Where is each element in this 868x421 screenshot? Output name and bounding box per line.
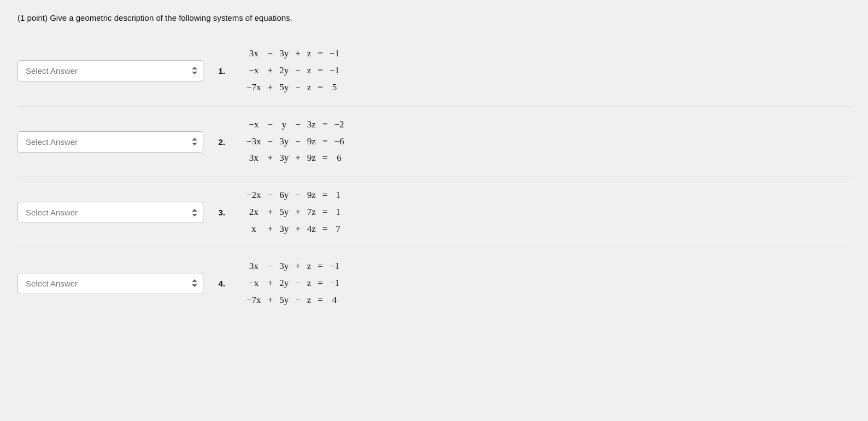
eq-cell: 1 (331, 187, 344, 204)
eq-cell: + (265, 62, 276, 79)
eq-cell: − (292, 275, 303, 292)
eq-cell: −3x (244, 133, 264, 150)
eq-cell: = (315, 275, 326, 292)
eq-cell: 3z (304, 116, 319, 133)
eq-cell: = (315, 45, 326, 62)
equations-table-4: 3x−3y+z=−1−x+2y−z=−1−7x+5y−z=4 (243, 258, 343, 309)
eq-cell: z (304, 275, 314, 292)
eq-cell: + (292, 258, 303, 275)
eq-cell: 4z (304, 221, 319, 238)
equation-row: −x−y−3z=−2 (244, 116, 347, 133)
eq-cell: = (315, 258, 326, 275)
eq-cell: + (265, 221, 276, 238)
eq-cell: − (265, 45, 276, 62)
eq-cell: − (292, 79, 303, 96)
problem-header: (1 point) Give a geometric description o… (17, 13, 851, 22)
equation-row: −7x+5y−z=5 (244, 79, 342, 96)
eq-cell: + (292, 45, 303, 62)
eq-cell: 7 (331, 221, 344, 238)
eq-cell: x (244, 221, 264, 238)
eq-cell: 5 (327, 79, 342, 96)
equation-row: 2x+5y+7z=1 (244, 204, 344, 221)
select-container-2: Select Answer (17, 131, 203, 153)
eq-cell: = (320, 116, 331, 133)
problems-container: Select Answer1.3x−3y+z=−1−x+2y−z=−1−7x+5… (17, 36, 851, 319)
eq-cell: −2 (331, 116, 347, 133)
eq-cell: − (292, 187, 303, 204)
equation-row: 3x+3y+9z=6 (244, 150, 347, 167)
eq-cell: − (265, 133, 276, 150)
equation-row: −7x+5y−z=4 (244, 292, 342, 309)
select-container-4: Select Answer (17, 273, 203, 294)
equation-row: −2x−6y−9z=1 (244, 187, 344, 204)
eq-cell: − (265, 187, 276, 204)
eq-cell: − (292, 292, 303, 309)
eq-cell: −2x (244, 187, 264, 204)
eq-cell: 5y (277, 204, 291, 221)
eq-cell: −1 (327, 45, 342, 62)
eq-cell: −1 (327, 62, 342, 79)
eq-cell: = (320, 133, 331, 150)
eq-cell: y (277, 116, 291, 133)
equation-row: −3x−3y−9z=−6 (244, 133, 347, 150)
problem-number-2: 2. (210, 137, 225, 147)
select-answer-3[interactable]: Select Answer (17, 202, 203, 223)
select-container-3: Select Answer (17, 202, 203, 223)
eq-cell: 3y (277, 258, 291, 275)
eq-cell: 1 (331, 204, 344, 221)
eq-cell: + (265, 292, 276, 309)
eq-cell: 2x (244, 204, 264, 221)
eq-cell: − (265, 116, 276, 133)
eq-cell: 3y (277, 45, 291, 62)
eq-cell: + (292, 221, 303, 238)
eq-cell: 3x (244, 45, 264, 62)
eq-cell: 6 (331, 150, 347, 167)
select-answer-2[interactable]: Select Answer (17, 131, 203, 153)
eq-cell: 3x (244, 258, 264, 275)
eq-cell: 2y (277, 62, 291, 79)
eq-cell: + (265, 150, 276, 167)
eq-cell: 6y (277, 187, 291, 204)
eq-cell: −x (244, 62, 264, 79)
eq-cell: −6 (331, 133, 347, 150)
eq-cell: = (315, 292, 326, 309)
problem-number-4: 4. (210, 279, 225, 288)
eq-cell: −1 (327, 275, 342, 292)
eq-cell: 9z (304, 187, 319, 204)
eq-cell: = (320, 221, 331, 238)
equation-row: 3x−3y+z=−1 (244, 45, 342, 62)
eq-cell: + (265, 79, 276, 96)
problem-row-3: Select Answer3.−2x−6y−9z=12x+5y+7z=1x+3y… (17, 177, 851, 248)
eq-cell: − (292, 116, 303, 133)
eq-cell: 9z (304, 133, 319, 150)
eq-cell: z (304, 79, 314, 96)
equation-row: −x+2y−z=−1 (244, 275, 342, 292)
eq-cell: 5y (277, 292, 291, 309)
eq-cell: − (265, 258, 276, 275)
eq-cell: = (315, 79, 326, 96)
equation-row: x+3y+4z=7 (244, 221, 344, 238)
eq-cell: + (265, 204, 276, 221)
eq-cell: + (265, 275, 276, 292)
equation-row: −x+2y−z=−1 (244, 62, 342, 79)
eq-cell: − (292, 62, 303, 79)
eq-cell: − (292, 133, 303, 150)
problem-row-1: Select Answer1.3x−3y+z=−1−x+2y−z=−1−7x+5… (17, 36, 851, 106)
eq-cell: 2y (277, 275, 291, 292)
eq-cell: 3y (277, 150, 291, 167)
eq-cell: = (320, 150, 331, 167)
eq-cell: 7z (304, 204, 319, 221)
eq-cell: −1 (327, 258, 342, 275)
eq-cell: 4 (327, 292, 342, 309)
eq-cell: −7x (244, 292, 264, 309)
eq-cell: −7x (244, 79, 264, 96)
select-answer-1[interactable]: Select Answer (17, 60, 203, 81)
eq-cell: = (315, 62, 326, 79)
eq-cell: = (320, 204, 331, 221)
select-answer-4[interactable]: Select Answer (17, 273, 203, 294)
eq-cell: z (304, 292, 314, 309)
problem-row-2: Select Answer2.−x−y−3z=−2−3x−3y−9z=−63x+… (17, 107, 851, 177)
eq-cell: 3y (277, 133, 291, 150)
eq-cell: 5y (277, 79, 291, 96)
eq-cell: 3x (244, 150, 264, 167)
